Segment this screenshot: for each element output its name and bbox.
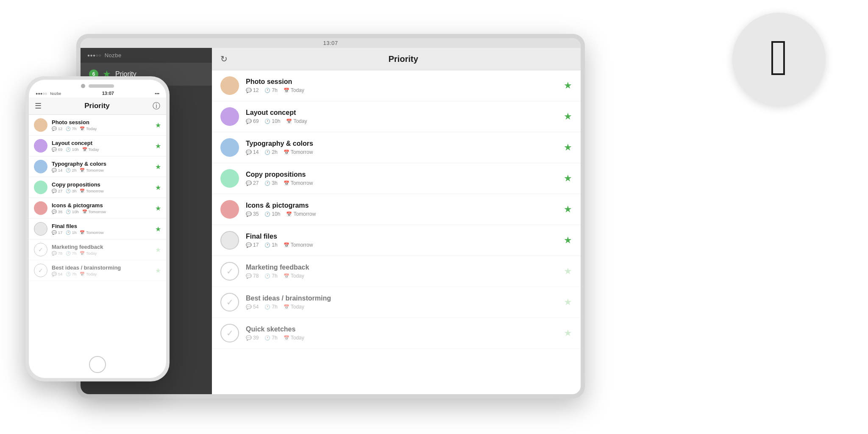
avatar [220, 169, 239, 188]
task-title: Typography & colors [246, 140, 559, 147]
info-button[interactable]: ⓘ [153, 101, 160, 111]
star-icon[interactable]: ★ [155, 267, 161, 275]
comment-icon: 💬 [246, 181, 252, 186]
task-title: Final files [246, 233, 559, 240]
task-due: 📅 Tomorrow [284, 242, 313, 248]
star-icon[interactable]: ★ [564, 173, 572, 184]
task-meta: 💬 17 🕐 1h 📅 Tomorrow [246, 242, 559, 248]
phone-home-button[interactable] [89, 356, 106, 373]
task-title: Marketing feedback [52, 244, 153, 250]
task-title: Copy propositions [246, 171, 559, 178]
calendar-icon: 📅 Today [80, 272, 97, 276]
star-icon[interactable]: ★ [155, 204, 161, 212]
tablet-task-list: Photo session 💬 12 🕐 7h 📅 Today ★ Layout [212, 70, 581, 394]
task-time: 🕐 7h [264, 87, 277, 93]
clock-icon: 🕐 [264, 211, 270, 217]
list-item[interactable]: Typography & colors 💬 14 🕐 2h 📅 Tomorrow… [29, 156, 166, 177]
phone-task-list: Photo session 💬 12 🕐 7h 📅 Today ★ Layout… [29, 115, 166, 353]
clock-icon: 🕐 [264, 304, 270, 310]
task-meta: 💬 78 🕐 7h 📅 Today [52, 251, 153, 256]
clock-icon: 🕐 10h [66, 147, 79, 152]
task-body: Icons & pictograms 💬 35 🕐 10h 📅 Tomorrow [52, 202, 153, 214]
calendar-icon: 📅 [284, 273, 289, 279]
star-icon[interactable]: ★ [155, 142, 161, 150]
comment-icon: 💬 [246, 119, 252, 124]
task-meta: 💬 69 🕐 10h 📅 Today [246, 118, 559, 124]
avatar [220, 200, 239, 219]
menu-button[interactable]: ☰ [35, 101, 42, 111]
list-item[interactable]: Final files 💬 17 🕐 1h 📅 Tomorrow ★ [29, 219, 166, 239]
star-icon[interactable]: ★ [564, 80, 572, 91]
list-item[interactable]: Layout concept 💬 69 🕐 10h 📅 Today ★ [29, 136, 166, 156]
task-comments: 💬 39 [246, 335, 259, 341]
task-due: 📅 Today [284, 304, 304, 310]
task-body: Best ideas / brainstorming 💬 54 🕐 7h 📅 T… [246, 295, 559, 310]
comment-icon: 💬 27 [52, 189, 62, 193]
table-row[interactable]: Typography & colors 💬 14 🕐 2h 📅 Tomorrow… [212, 132, 581, 163]
comment-icon: 💬 78 [52, 251, 62, 256]
star-icon[interactable]: ★ [564, 111, 572, 122]
star-icon[interactable]: ★ [564, 266, 572, 277]
task-due: 📅 Today [286, 118, 307, 124]
clock-icon: 🕐 7h [66, 251, 76, 256]
avatar [34, 181, 47, 194]
comment-icon: 💬 [246, 335, 252, 341]
table-row[interactable]: Final files 💬 17 🕐 1h 📅 Tomorrow ★ [212, 225, 581, 256]
task-meta: 💬 17 🕐 1h 📅 Tomorrow [52, 230, 153, 235]
task-title: Typography & colors [52, 161, 153, 167]
avatar: ✓ [220, 262, 239, 281]
star-icon[interactable]: ★ [564, 328, 572, 339]
table-row[interactable]: ✓ Quick sketches 💬 39 🕐 7h 📅 Today ★ [212, 318, 581, 349]
task-time: 🕐 3h [264, 180, 277, 186]
comment-icon: 💬 [246, 88, 252, 93]
task-body: Typography & colors 💬 14 🕐 2h 📅 Tomorrow [246, 140, 559, 155]
star-icon[interactable]: ★ [564, 204, 572, 215]
task-meta: 💬 12 🕐 7h 📅 Today [246, 87, 559, 93]
star-icon[interactable]: ★ [155, 225, 161, 233]
star-icon[interactable]: ★ [155, 246, 161, 254]
list-item[interactable]: Photo session 💬 12 🕐 7h 📅 Today ★ [29, 115, 166, 136]
task-body: Best ideas / brainstorming 💬 54 🕐 7h 📅 T… [52, 264, 153, 276]
comment-icon: 💬 [246, 304, 252, 310]
table-row[interactable]: ✓ Best ideas / brainstorming 💬 54 🕐 7h 📅… [212, 287, 581, 318]
task-meta: 💬 78 🕐 7h 📅 Today [246, 273, 559, 279]
table-row[interactable]: Layout concept 💬 69 🕐 10h 📅 Today ★ [212, 101, 581, 132]
list-item[interactable]: ✓ Marketing feedback 💬 78 🕐 7h 📅 Today ★ [29, 239, 166, 260]
avatar [34, 139, 47, 153]
calendar-icon: 📅 [286, 211, 292, 217]
calendar-icon: 📅 Tomorrow [80, 189, 103, 193]
comment-icon: 💬 [246, 150, 252, 155]
refresh-button[interactable]: ↻ [220, 54, 228, 64]
comment-icon: 💬 12 [52, 126, 62, 131]
tablet-header: ↻ Priority [212, 48, 581, 70]
table-row[interactable]: Photo session 💬 12 🕐 7h 📅 Today ★ [212, 70, 581, 101]
task-body: Copy propositions 💬 27 🕐 3h 📅 Tomorrow [52, 181, 153, 193]
list-item[interactable]: ✓ Best ideas / brainstorming 💬 54 🕐 7h 📅… [29, 260, 166, 281]
list-item[interactable]: Icons & pictograms 💬 35 🕐 10h 📅 Tomorrow… [29, 198, 166, 219]
avatar [220, 231, 239, 250]
star-icon[interactable]: ★ [155, 121, 161, 129]
table-row[interactable]: Copy propositions 💬 27 🕐 3h 📅 Tomorrow ★ [212, 163, 581, 194]
star-icon[interactable]: ★ [155, 184, 161, 192]
calendar-icon: 📅 [284, 181, 289, 186]
table-row[interactable]: Icons & pictograms 💬 35 🕐 10h 📅 Tomorrow… [212, 194, 581, 225]
calendar-icon: 📅 Today [82, 147, 99, 152]
calendar-icon: 📅 [284, 88, 289, 93]
list-item[interactable]: Copy propositions 💬 27 🕐 3h 📅 Tomorrow ★ [29, 177, 166, 198]
calendar-icon: 📅 Tomorrow [82, 209, 106, 214]
clock-icon: 🕐 [264, 150, 270, 155]
task-comments: 💬 27 [246, 180, 259, 186]
star-icon[interactable]: ★ [155, 163, 161, 171]
task-meta: 💬 69 🕐 10h 📅 Today [52, 147, 153, 152]
task-comments: 💬 14 [246, 149, 259, 155]
clock-icon: 🕐 1h [66, 230, 76, 235]
phone-battery-icon: ▪▪▪ [155, 91, 159, 96]
star-icon[interactable]: ★ [564, 142, 572, 153]
star-icon[interactable]: ★ [564, 297, 572, 308]
task-comments: 💬 78 [246, 273, 259, 279]
comment-icon: 💬 [246, 273, 252, 279]
task-meta: 💬 14 🕐 2h 📅 Tomorrow [246, 149, 559, 155]
table-row[interactable]: ✓ Marketing feedback 💬 78 🕐 7h 📅 Today ★ [212, 256, 581, 287]
star-icon[interactable]: ★ [564, 235, 572, 246]
phone-screen: ●●●○○ Nozbe 13:07 ▪▪▪ ☰ Priority ⓘ Photo… [29, 80, 166, 378]
